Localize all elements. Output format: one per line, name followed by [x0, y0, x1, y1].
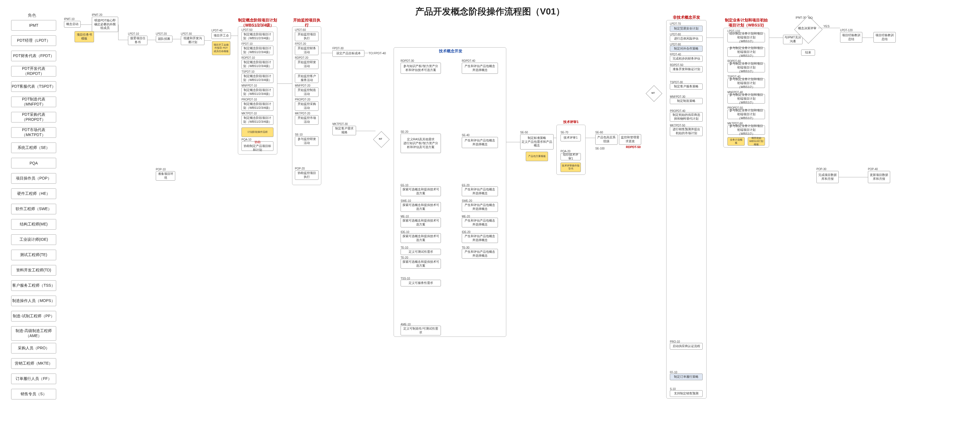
task-pqa20: 组织技术评审1 — [560, 153, 581, 160]
role-fpdt: PDT财务代表（FPDT） — [11, 51, 56, 61]
role-swe: 软件工程师（SWE） — [11, 204, 56, 214]
role-he: 硬件工程师（HE） — [11, 188, 56, 199]
task-rdpdt40: 产生和评估产品包概念并选择概念 — [462, 63, 498, 74]
label-pop30: POP-30 — [816, 167, 826, 171]
task-mktpdt60: 参与制定业务计划和项目初端项目计划（WBS1/2） — [727, 125, 765, 135]
task-pop10: 准备项目环境 — [156, 171, 175, 181]
task-he20: 产生和评估产品包概念并选择概念 — [462, 187, 498, 196]
task-te30: 产生和评估产品包概念并选择概念 — [462, 249, 498, 258]
label-lpdt10: LPDT-10 — [128, 32, 139, 35]
label-se100: SE-100 — [595, 147, 605, 150]
text-yes: YES — [823, 24, 829, 28]
task-lpdt80: 进行总体风险评估 — [670, 36, 703, 42]
label-rdpdt40: RDPDT-40 — [462, 59, 475, 62]
label-se50: SE-50 — [520, 131, 528, 134]
task-mktpdt30: 制定客户需求规格 — [332, 126, 356, 135]
task-mnfpdt20: 开始监控制造活动 — [295, 88, 318, 97]
task-rdpdt50: 准备开发和验证计划 — [670, 66, 703, 72]
task-se20: 定义RAS及其他需求 进行知识产权/智力资产分析和评估及可选方案 — [401, 134, 441, 153]
role-mkte: 营销工程师（MKTE） — [11, 358, 56, 369]
task-se100: 监控和管理需求更改 — [619, 134, 641, 145]
group-exec-title: 开始监控项目执行 — [292, 18, 321, 28]
task-lpdt110: 组织制定业务计划和项目初端项目计划（WBS1/2） — [727, 33, 765, 42]
task-rdpdt20: 开始监控研发活动 — [295, 59, 318, 69]
note-project-spec: 项目任务书模板 — [75, 31, 94, 42]
conn — [506, 142, 520, 142]
note-se-prod: 产品包方案模板 — [526, 152, 548, 161]
label-mnfpdt20: MNFPDT-20 — [295, 84, 310, 87]
task-se10: 参与监控研发活动 — [295, 136, 318, 146]
conn — [172, 39, 181, 39]
task-ipmt-mid: 与IPMT充分沟通 — [783, 35, 802, 44]
note-meeting: 项目开工会操作指导 PDT成员任命模板 — [212, 41, 230, 55]
role-tspdt: PDT客服代表（TSPDT） — [11, 81, 56, 92]
task-mktpdt10: 制定概念阶段项目计划（WBS1/2/3/4级） — [242, 115, 274, 125]
task-me10: 探索可选概念和提供技术可选方案 — [401, 218, 441, 227]
task-lpdt70: 制定贸易安全计划 — [670, 26, 703, 32]
conn — [839, 177, 868, 177]
task-propdt10: 制定概念阶段项目计划（WBS1/2/3/4级） — [242, 101, 274, 111]
task-rdpdt30: 参与知识产权/智力资产分析和评估技术可选方案 — [401, 63, 441, 74]
task-propdt50: 参与制定业务计划和项目初端项目计划（WBS1/2） — [727, 110, 765, 119]
conn — [818, 28, 840, 28]
task-lpdt120: 项目经验教训总结 — [840, 32, 862, 43]
label-propdt10: PROPDT-10 — [242, 98, 257, 101]
label-lpdt60: LPDT-60 — [295, 29, 306, 32]
decision-label: 概念决策评审 — [796, 26, 818, 30]
task-tspdt40: 参与制定业务计划和项目初端项目计划（WBS1/2） — [727, 78, 765, 88]
role-column-header: 角色 — [28, 13, 36, 18]
group-bizplan-title: 制定业务计划和项目初始项目计划（WBS1/2) — [723, 18, 769, 28]
task-rdpdt60: 参与制定业务计划和项目初端项目计划（WBS1/2） — [727, 63, 765, 72]
task-swe20: 产生和评估产品包概念并选择概念 — [462, 202, 498, 212]
task-lpdt40: 项目开工会 — [212, 32, 231, 39]
task-ipmt-end: 项目经验教训总结 — [873, 32, 896, 43]
label-propdt20: PROPDT-20 — [295, 98, 310, 101]
task-ff10: 制定订单履行策略 — [670, 373, 703, 380]
task-pqa10: 协助协助制定产品项目标和计划 — [242, 141, 274, 151]
label-se70: SE-70 — [560, 131, 568, 134]
task-se60: 产品包高层系统级 — [595, 134, 617, 145]
label-rdpdt20: RDPDT-20 — [295, 56, 308, 59]
label-fpdt10: FPDT-10 — [242, 42, 253, 45]
task-fpdt30: 设定产品目标成本 — [332, 50, 364, 57]
task-te10: 定义可测试性需求 — [401, 249, 441, 255]
label-pop20: POP-20 — [295, 167, 305, 170]
role-pop: 项目操作员（POP） — [11, 173, 56, 184]
task-te20: 探索可选概念和提供技术可选方案 — [401, 259, 441, 269]
diagram-canvas: 产品开发概念阶段操作流程图（V01） 角色 IPMT PDT经理（LPDT） P… — [0, 0, 980, 437]
label-lpdt70: LPDT-70 — [670, 22, 681, 26]
role-lpdt: PDT经理（LPDT） — [11, 35, 56, 46]
group-tech-title: 技术概念开发 — [426, 49, 476, 54]
label-pop10: POP-10 — [156, 168, 166, 171]
role-rdpdt: PDT开发代表（RDPDT） — [11, 66, 56, 77]
label-ipmt10: IPMT-10 — [64, 18, 75, 21]
diagram-title: 产品开发概念阶段操作流程图（V01） — [415, 6, 565, 18]
label-fpdt20: FPDT-20 — [295, 42, 306, 45]
task-mnfpdt30: 制定制造策略 — [670, 98, 703, 104]
role-mops: 制造操作人员（MOPS） — [11, 296, 56, 306]
task-lpdt10: 接受项目任务书 — [128, 36, 148, 45]
conn — [277, 83, 292, 84]
role-tss: 客户服务工程师（TSS） — [11, 280, 56, 291]
task-propdt40: 制定初始的供应商选择和物料替代计划 — [670, 112, 703, 122]
task-propdt20: 开始监控采购活动 — [295, 101, 318, 111]
task-lpdt20: 团队招募 — [156, 36, 172, 42]
note-biz1: 业务计划模板 — [727, 137, 745, 145]
label-mktpdt10: MKTPDT-10 — [242, 112, 257, 115]
task-ide10: 探索可选概念和提供技术可选方案 — [401, 233, 441, 243]
task-fpdt10: 制定概念阶段项目计划（WBS1/2/3/4级） — [242, 46, 274, 55]
label-ipmt20: IPMT-20 — [92, 13, 102, 16]
task-he10: 探索可选概念和提供技术可选方案 — [401, 187, 441, 196]
label-se40: SE-40 — [462, 134, 469, 137]
task-se50: 制定标准策略 定义产品包需求和产品概念 — [520, 134, 554, 150]
conn — [81, 24, 92, 25]
label-mktpdt20: MKTPDT-20 — [295, 112, 310, 115]
task-me20: 产生和评估产品包概念并选择概念 — [462, 218, 498, 227]
label-se20: SE-20 — [401, 130, 408, 133]
decision-end: 结束 — [801, 49, 815, 56]
group-review-title: 技术评审1 — [556, 120, 585, 124]
role-pro: 采购人员（PRO） — [11, 343, 56, 354]
text-rdpdt50: RDPDT-50 — [626, 145, 641, 148]
task-pop40: 更新项目数据库和月报 — [868, 171, 890, 183]
role-ipmt: IPMT — [11, 20, 56, 30]
